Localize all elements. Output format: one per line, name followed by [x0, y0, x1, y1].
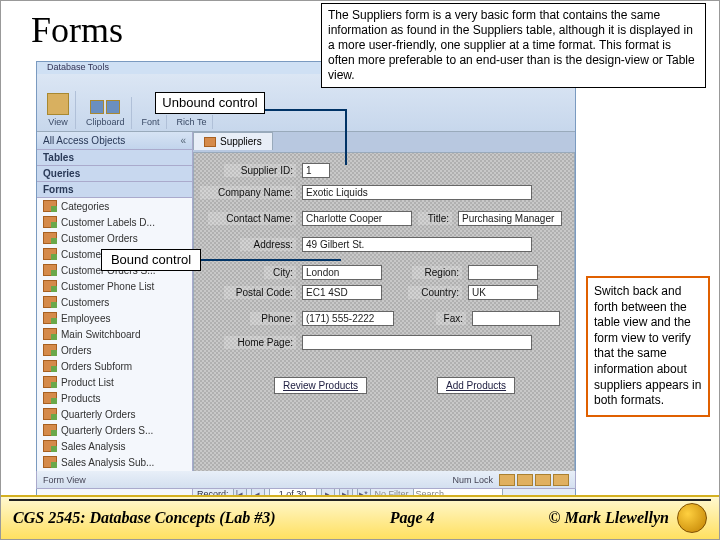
nav-item[interactable]: Customer Orders	[37, 230, 192, 246]
arrow-line	[201, 259, 341, 261]
homepage-label: Home Page:	[224, 336, 296, 349]
ribbon-view[interactable]: View	[41, 91, 76, 129]
supplier-id-field[interactable]: 1	[302, 163, 330, 178]
nav-item-label: Products	[61, 393, 100, 404]
company-field[interactable]: Exotic Liquids	[302, 185, 532, 200]
phone-label: Phone:	[250, 312, 296, 325]
form-view-button[interactable]	[499, 474, 515, 486]
nav-group-forms[interactable]: Forms	[37, 182, 192, 198]
footer-rule	[9, 499, 711, 501]
postal-label: Postal Code:	[224, 286, 296, 299]
nav-item-label: Sales Analysis	[61, 441, 125, 452]
footer-page: Page 4	[390, 509, 435, 527]
ribbon-clipboard[interactable]: Clipboard	[80, 97, 132, 129]
form-icon	[204, 137, 216, 147]
view-switch-buttons	[499, 474, 569, 486]
form-icon	[43, 232, 57, 244]
nav-item[interactable]: Quarterly Orders	[37, 406, 192, 422]
navigation-pane: All Access Objects « Tables Queries Form…	[37, 132, 193, 502]
nav-item-label: Customers	[61, 297, 109, 308]
add-products-button[interactable]: Add Products	[437, 377, 515, 394]
footer-course: CGS 2545: Database Concepts (Lab #3)	[13, 509, 276, 527]
city-label: City:	[264, 266, 296, 279]
nav-header-label: All Access Objects	[43, 135, 125, 146]
nav-group-tables[interactable]: Tables	[37, 150, 192, 166]
slide-footer: CGS 2545: Database Concepts (Lab #3) Pag…	[1, 495, 719, 539]
design-view-button[interactable]	[553, 474, 569, 486]
nav-item-label: Quarterly Orders S...	[61, 425, 153, 436]
nav-header[interactable]: All Access Objects «	[37, 132, 192, 150]
nav-item[interactable]: Customer Labels D...	[37, 214, 192, 230]
nav-item-label: Quarterly Orders	[61, 409, 135, 420]
layout-view-button[interactable]	[535, 474, 551, 486]
nav-item-label: Sales Analysis Sub...	[61, 457, 154, 468]
nav-item-label: Orders Subform	[61, 361, 132, 372]
form-icon	[43, 280, 57, 292]
nav-list: Categories Customer Labels D... Customer…	[37, 198, 192, 502]
nav-item[interactable]: Customer Phone List	[37, 278, 192, 294]
city-field[interactable]: London	[302, 265, 382, 280]
nav-item-label: Main Switchboard	[61, 329, 140, 340]
nav-item-label: Customer Phone List	[61, 281, 154, 292]
fax-field[interactable]	[472, 311, 560, 326]
ribbon-label: Clipboard	[86, 117, 125, 127]
arrow-line	[265, 109, 345, 111]
title-label: Title:	[418, 212, 452, 225]
form-icon	[43, 392, 57, 404]
form-area: Suppliers Supplier ID:1 Company Name:Exo…	[193, 132, 575, 502]
nav-item-label: Employees	[61, 313, 110, 324]
ribbon-font[interactable]: Font	[136, 115, 167, 129]
form-icon	[43, 440, 57, 452]
nav-item-label: Orders	[61, 345, 92, 356]
ucf-logo-icon	[677, 503, 707, 533]
form-icon	[43, 200, 57, 212]
phone-field[interactable]: (171) 555-2222	[302, 311, 394, 326]
paste-icon	[90, 100, 104, 114]
postal-field[interactable]: EC1 4SD	[302, 285, 382, 300]
form-icon	[43, 328, 57, 340]
access-window: Database Tools View Clipboard Font Rich …	[36, 61, 576, 503]
nav-group-queries[interactable]: Queries	[37, 166, 192, 182]
form-icon	[43, 216, 57, 228]
nav-item[interactable]: Sales Analysis Sub...	[37, 454, 192, 470]
status-bar: Form View Num Lock	[36, 471, 576, 489]
cut-icon	[106, 100, 120, 114]
form-tab[interactable]: Suppliers	[193, 132, 273, 150]
nav-item[interactable]: Main Switchboard	[37, 326, 192, 342]
nav-item[interactable]: Orders	[37, 342, 192, 358]
form-icon	[43, 408, 57, 420]
form-icon	[43, 296, 57, 308]
nav-item-label: Customer Orders	[61, 233, 138, 244]
nav-item[interactable]: Products	[37, 390, 192, 406]
nav-item[interactable]: Categories	[37, 198, 192, 214]
ribbon-label: Font	[142, 117, 160, 127]
collapse-icon[interactable]: «	[180, 135, 186, 146]
menubar-item[interactable]: Database Tools	[47, 62, 109, 72]
fax-label: Fax:	[436, 312, 466, 325]
form-icon	[43, 360, 57, 372]
nav-item[interactable]: Orders Subform	[37, 358, 192, 374]
status-numlock: Num Lock	[452, 475, 493, 485]
homepage-field[interactable]	[302, 335, 532, 350]
nav-item[interactable]: Product List	[37, 374, 192, 390]
nav-item-label: Categories	[61, 201, 109, 212]
ribbon-richtext[interactable]: Rich Te	[171, 115, 214, 129]
status-left: Form View	[43, 475, 86, 485]
address-field[interactable]: 49 Gilbert St.	[302, 237, 532, 252]
contact-field[interactable]: Charlotte Cooper	[302, 211, 412, 226]
form-icon	[43, 376, 57, 388]
datasheet-view-button[interactable]	[517, 474, 533, 486]
nav-item[interactable]: Sales Analysis	[37, 438, 192, 454]
region-field[interactable]	[468, 265, 538, 280]
country-field[interactable]: UK	[468, 285, 538, 300]
address-label: Address:	[240, 238, 296, 251]
nav-item[interactable]: Employees	[37, 310, 192, 326]
review-products-button[interactable]: Review Products	[274, 377, 367, 394]
supplier-id-label: Supplier ID:	[224, 164, 296, 177]
nav-item[interactable]: Quarterly Orders S...	[37, 422, 192, 438]
switch-views-callout: Switch back and forth between the table …	[586, 276, 710, 417]
form-body: Supplier ID:1 Company Name:Exotic Liquid…	[193, 152, 575, 484]
title-field[interactable]: Purchasing Manager	[458, 211, 562, 226]
nav-item[interactable]: Customers	[37, 294, 192, 310]
bound-control-callout: Bound control	[101, 249, 201, 271]
